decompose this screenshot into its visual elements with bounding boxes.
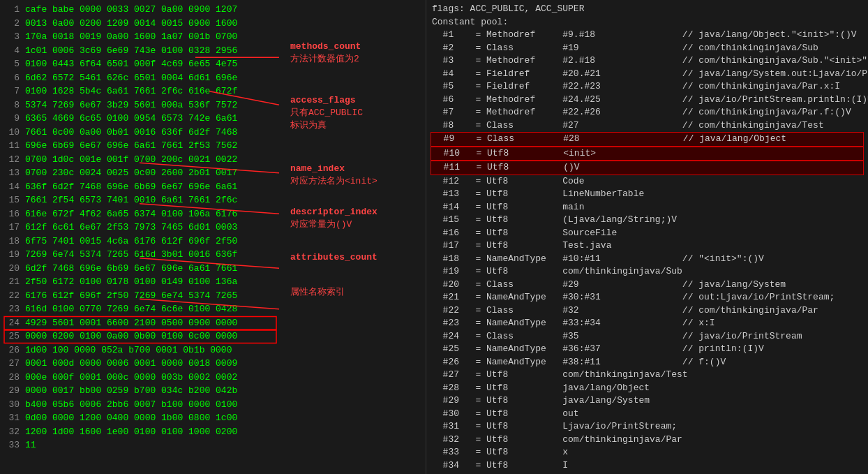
annotation-subtitle: 属性名称索引 (290, 286, 423, 299)
line-number: 20 (4, 262, 20, 276)
hex-line: 157661 2f54 6573 7401 0010 6a61 7661 2f6… (4, 193, 426, 207)
cp-entry: #8 = Class #27 // com/thinkinginjava/Tes… (432, 119, 862, 133)
cp-entry: #30 = Utf8 out (432, 408, 862, 421)
cp-entry: #31 = Utf8 Ljava/io/PrintStream; (432, 420, 862, 434)
annotation-title: descriptor_index (290, 206, 423, 219)
hex-line: 250000 0200 0100 0a00 0b00 0100 0c00 000… (4, 329, 426, 343)
annotation-subtitle: 对应方法名为<init> (290, 175, 423, 188)
cp-entry: #4 = Fieldref #20.#21 // java/lang/Syste… (432, 68, 862, 81)
line-content: 000e 000f 0001 000c 0000 003b 0002 0002 (25, 371, 237, 385)
line-content: 5374 7269 6e67 3b29 5601 000a 536f 7572 (25, 98, 237, 112)
line-number: 30 (4, 398, 20, 412)
line-content: 612f 6c61 6e67 2f53 7973 7465 6d01 0003 (25, 221, 237, 235)
line-number: 31 (4, 411, 20, 425)
constant-pool-label: Constant pool: (432, 16, 862, 29)
line-content: 636f 6d2f 7468 696e 6b69 6e67 696e 6a61 (25, 180, 237, 194)
hex-line: 30b400 05b6 0006 2bb6 0007 b100 0000 010… (4, 398, 426, 412)
cp-entry: #11 = Utf8 ()V (431, 161, 864, 175)
cp-entry: #28 = Utf8 java/lang/Object (432, 382, 862, 395)
line-content: 2f50 6172 0100 0178 0100 0149 0100 136a (25, 275, 237, 289)
cp-entry: #6 = Methodref #24.#25 // java/io/PrintS… (432, 94, 862, 107)
line-content: 0100 0443 6f64 6501 000f 4c69 6e65 4e75 (25, 57, 237, 71)
cp-entry: #29 = Utf8 java/lang/System (432, 394, 862, 408)
hex-line: 321200 1d00 1600 1e00 0100 0100 1000 020… (4, 425, 426, 439)
line-number: 10 (4, 126, 20, 140)
line-number: 14 (4, 180, 20, 194)
cp-entry: #13 = Utf8 LineNumberTable (432, 188, 862, 201)
line-number: 8 (4, 98, 20, 112)
hex-line: 11696e 6b69 6e67 696e 6a61 7661 2f53 756… (4, 139, 426, 153)
cp-entry: #19 = Utf8 com/thinkinginjava/Sub (432, 265, 862, 279)
cp-entry: #15 = Utf8 (Ljava/lang/String;)V (432, 214, 862, 227)
line-number: 9 (4, 112, 20, 126)
line-content: 0001 000d 0000 0006 0001 0000 0018 0009 (25, 357, 237, 371)
hex-line: 244929 5601 0001 6600 2100 0500 0900 000… (4, 316, 426, 330)
cp-entry: #26 = NameAndType #38:#11 // f:()V (432, 356, 862, 369)
hex-line: 3311 (4, 438, 426, 452)
hex-line: 28000e 000f 0001 000c 0000 003b 0002 000… (4, 371, 426, 385)
line-content: b400 05b6 0006 2bb6 0007 b100 0000 0100 (25, 398, 237, 412)
annotation-subtitle: 对应常量为()V (290, 219, 423, 231)
cp-entry: #10 = Utf8 <init> (431, 147, 864, 161)
annotation-title: name_index (290, 163, 423, 175)
line-number: 7 (4, 84, 20, 98)
line-number: 28 (4, 371, 20, 385)
hex-line: 20013 0a00 0200 1209 0014 0015 0900 1600 (4, 17, 426, 31)
line-content: 7661 2f54 6573 7401 0010 6a61 7661 2f6c (25, 193, 237, 207)
cp-entry: #2 = Class #19 // com/thinkinginjava/Sub (432, 42, 862, 55)
cp-entry: #9 = Class #28 // java/lang/Object (431, 132, 864, 147)
cp-entry: #14 = Utf8 main (432, 201, 862, 214)
line-content: 0700 1d0c 001e 001f 0700 200c 0021 0022 (25, 153, 237, 167)
right-panel: flags: ACC_PUBLIC, ACC_SUPERConstant poo… (426, 0, 868, 474)
cp-entry: #18 = NameAndType #10:#11 // "<init>":()… (432, 253, 862, 266)
line-number: 18 (4, 235, 20, 249)
cp-entry: #33 = Utf8 x (432, 446, 862, 459)
hex-line: 290000 0017 bb00 0259 b700 034c b200 042… (4, 384, 426, 398)
line-number: 6 (4, 71, 20, 85)
hex-line: 1cafe babe 0000 0033 0027 0a00 0900 1207 (4, 3, 426, 17)
line-content: 6d2f 7468 696e 6b69 6e67 696e 6a61 7661 (25, 262, 237, 276)
hex-line: 186f75 7401 0015 4c6a 6176 612f 696f 2f5… (4, 235, 426, 249)
line-number: 29 (4, 384, 20, 398)
line-number: 11 (4, 139, 20, 153)
annotation-subtitle: 方法计数器值为2 (290, 53, 423, 66)
line-content: 696e 6b69 6e67 696e 6a61 7661 2f53 7562 (25, 139, 237, 153)
line-content: 11 (25, 438, 36, 452)
cp-entry: #21 = NameAndType #30:#31 // out:Ljava/i… (432, 291, 862, 304)
annotation-title: methods_count (290, 40, 423, 53)
line-content: 4929 5601 0001 6600 2100 0500 0900 0000 (25, 316, 237, 330)
cp-entry: #27 = Utf8 com/thinkinginjava/Test (432, 369, 862, 382)
line-number: 1 (4, 3, 20, 17)
cp-entry: #5 = Fieldref #22.#23 // com/thinkinginj… (432, 80, 862, 94)
annotation-access_flags: access_flags只有ACC_PUBLIC 标识为真 (290, 94, 423, 133)
line-number: 25 (4, 329, 20, 343)
cp-entry: #7 = Methodref #22.#26 // com/thinkingin… (432, 106, 862, 119)
cp-entry: #1 = Methodref #9.#18 // java/lang/Objec… (432, 29, 862, 42)
line-number: 16 (4, 207, 20, 221)
line-content: cafe babe 0000 0033 0027 0a00 0900 1207 (25, 3, 237, 17)
cp-entry: #17 = Utf8 Test.java (432, 239, 862, 253)
line-content: 6d62 6572 5461 626c 6501 0004 6d61 696e (25, 71, 237, 85)
line-number: 23 (4, 302, 20, 316)
line-content: 0700 230c 0024 0025 0c00 2600 2b01 0017 (25, 166, 237, 180)
annotation-name_index: name_index对应方法名为<init> (290, 163, 423, 188)
line-content: 1200 1d00 1600 1e00 0100 0100 1000 0200 (25, 425, 237, 439)
line-number: 13 (4, 166, 20, 180)
cp-entry: #32 = Utf8 com/thinkinginjava/Par (432, 434, 862, 447)
line-content: 0013 0a00 0200 1209 0014 0015 0900 1600 (25, 17, 237, 31)
flags-header: flags: ACC_PUBLIC, ACC_SUPER (432, 3, 862, 16)
annotation-methods_count: methods_count方法计数器值为2 (290, 40, 423, 66)
line-number: 12 (4, 153, 20, 167)
line-number: 3 (4, 30, 20, 44)
hex-line: 23616d 0100 0770 7269 6e74 6c6e 0100 042… (4, 302, 426, 316)
line-number: 19 (4, 248, 20, 262)
line-number: 33 (4, 438, 20, 452)
annotation-title: attributes_count (290, 251, 423, 264)
hex-line: 261d00 100 0000 052a b700 0001 0b1b 0000 (4, 343, 426, 357)
line-content: 7661 0c00 0a00 0b01 0016 636f 6d2f 7468 (25, 126, 237, 140)
line-number: 21 (4, 275, 20, 289)
line-content: 1d00 100 0000 052a b700 0001 0b1b 0000 (25, 343, 232, 357)
line-content: 6176 612f 696f 2f50 7269 6e74 5374 7265 (25, 289, 237, 303)
line-number: 15 (4, 193, 20, 207)
line-number: 27 (4, 357, 20, 371)
